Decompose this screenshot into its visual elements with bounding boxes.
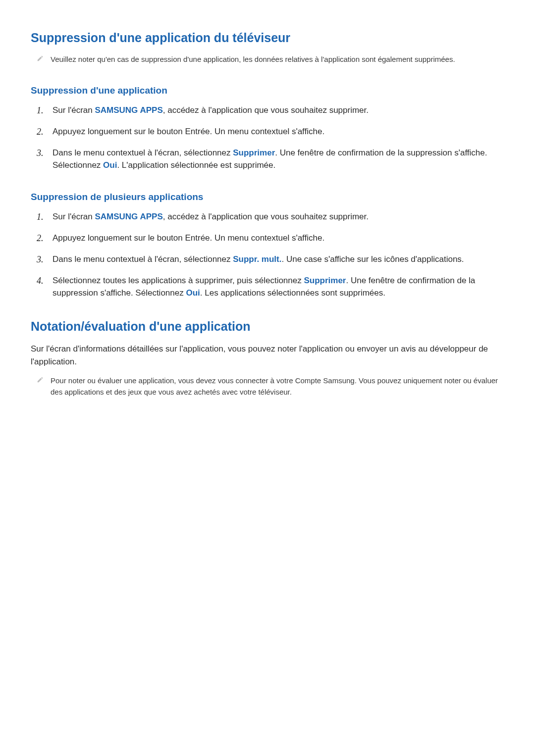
step-body: Sur l'écran SAMSUNG APPS, accédez à l'ap… [53, 210, 504, 224]
list-item: 3. Dans le menu contextuel à l'écran, sé… [31, 147, 504, 172]
ui-label-supprimer: Supprimer [233, 148, 275, 157]
step-body: Sélectionnez toutes les applications à s… [53, 274, 504, 300]
step-number: 3. [37, 253, 47, 266]
text-run: . L'application sélectionnée est supprim… [117, 160, 275, 170]
step-number: 3. [37, 147, 47, 172]
list-item: 2. Appuyez longuement sur le bouton Entr… [31, 232, 504, 245]
ui-label-suppr-mult: Suppr. mult. [233, 254, 281, 264]
list-item: 1. Sur l'écran SAMSUNG APPS, accédez à l… [31, 210, 504, 224]
step-body: Appuyez longuement sur le bouton Entrée.… [53, 125, 504, 139]
ui-label-samsung-apps: SAMSUNG APPS [95, 105, 162, 115]
list-item: 4. Sélectionnez toutes les applications … [31, 274, 504, 300]
heading-delete-app: Suppression d'une application du télévis… [31, 31, 504, 45]
text-run: . Une case s'affiche sur les icônes d'ap… [281, 254, 464, 264]
text-run: . Les applications sélectionnées sont su… [200, 288, 385, 298]
paragraph: Sur l'écran d'informations détaillées su… [31, 343, 504, 369]
text-run: , accédez à l'application que vous souha… [163, 105, 369, 115]
note-text: Veuillez noter qu'en cas de suppression … [51, 54, 455, 65]
step-body: Dans le menu contextuel à l'écran, sélec… [53, 253, 504, 266]
text-run: Sur l'écran [53, 212, 95, 221]
note-block: Pour noter ou évaluer une application, v… [31, 375, 504, 398]
ordered-list: 1. Sur l'écran SAMSUNG APPS, accédez à l… [31, 104, 504, 172]
text-run: Dans le menu contextuel à l'écran, sélec… [53, 148, 233, 157]
step-number: 2. [37, 125, 47, 139]
heading-rate-app: Notation/évaluation d'une application [31, 319, 504, 334]
text-run: Sélectionnez toutes les applications à s… [53, 276, 304, 285]
ui-label-samsung-apps: SAMSUNG APPS [95, 212, 162, 221]
ui-label-oui: Oui [103, 160, 117, 170]
text-run: Sur l'écran [53, 105, 95, 115]
step-number: 2. [37, 232, 47, 245]
step-number: 1. [37, 104, 47, 117]
ui-label-supprimer: Supprimer [304, 276, 346, 285]
text-run: , accédez à l'application que vous souha… [163, 212, 369, 221]
subheading-delete-one: Suppression d'une application [31, 85, 504, 96]
step-body: Sur l'écran SAMSUNG APPS, accédez à l'ap… [53, 104, 504, 117]
text-run: Dans le menu contextuel à l'écran, sélec… [53, 254, 233, 264]
pencil-icon [37, 376, 44, 385]
note-block: Veuillez noter qu'en cas de suppression … [31, 54, 504, 65]
step-number: 1. [37, 210, 47, 224]
list-item: 1. Sur l'écran SAMSUNG APPS, accédez à l… [31, 104, 504, 117]
list-item: 2. Appuyez longuement sur le bouton Entr… [31, 125, 504, 139]
note-text: Pour noter ou évaluer une application, v… [51, 375, 504, 398]
list-item: 3. Dans le menu contextuel à l'écran, sé… [31, 253, 504, 266]
subheading-delete-many: Suppression de plusieurs applications [31, 192, 504, 202]
pencil-icon [37, 55, 44, 64]
ui-label-oui: Oui [186, 288, 200, 298]
step-body: Appuyez longuement sur le bouton Entrée.… [53, 232, 504, 245]
step-body: Dans le menu contextuel à l'écran, sélec… [53, 147, 504, 172]
ordered-list: 1. Sur l'écran SAMSUNG APPS, accédez à l… [31, 210, 504, 300]
document-page: Suppression d'une application du télévis… [0, 0, 535, 756]
step-number: 4. [37, 274, 47, 300]
